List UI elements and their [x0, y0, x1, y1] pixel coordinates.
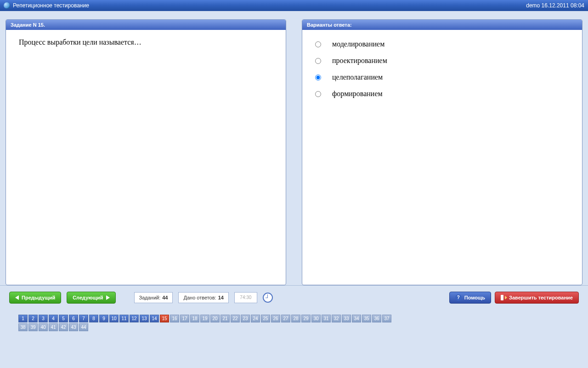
- pager-cell[interactable]: 26: [271, 315, 280, 322]
- pager-cell[interactable]: 25: [261, 315, 270, 322]
- pager-cell[interactable]: 10: [109, 315, 119, 322]
- pager-cell[interactable]: 31: [322, 315, 331, 322]
- answer-label[interactable]: проектированием: [332, 57, 387, 65]
- tasks-counter: Заданий: 44: [134, 292, 173, 303]
- pager-cell[interactable]: 12: [130, 315, 139, 322]
- clock-icon: [263, 293, 273, 303]
- pager-cell[interactable]: 24: [251, 315, 260, 322]
- question-panel-header: Задание N 15.: [6, 20, 286, 30]
- session-info: demo 16.12.2011 08:04: [526, 2, 584, 9]
- title-bar: Репетиционное тестирование demo 16.12.20…: [0, 0, 588, 11]
- exit-icon: [501, 295, 506, 300]
- answered-counter: Дано ответов: 14: [178, 292, 228, 303]
- pager-cell[interactable]: 34: [352, 315, 361, 322]
- question-text: Процесс выработки цели называется…: [6, 30, 286, 285]
- answer-label[interactable]: формированием: [332, 90, 383, 98]
- pager-cell[interactable]: 6: [69, 315, 78, 322]
- help-icon: ?: [455, 294, 462, 301]
- pager-cell[interactable]: 32: [332, 315, 341, 322]
- pager-cell[interactable]: 33: [342, 315, 351, 322]
- toolbar: Предыдущий Следующий Заданий: 44 Дано от…: [0, 285, 588, 309]
- next-button-label: Следующий: [73, 295, 103, 300]
- pager-cell[interactable]: 37: [382, 315, 391, 322]
- pager-cell[interactable]: 36: [372, 315, 381, 322]
- answer-label[interactable]: целеполаганием: [332, 73, 383, 81]
- answer-option[interactable]: проектированием: [315, 57, 569, 65]
- time-remaining: 74:30: [234, 292, 257, 303]
- pager-cell[interactable]: 7: [79, 315, 88, 322]
- pager-cell[interactable]: 5: [59, 315, 68, 322]
- help-button-label: Помощь: [464, 295, 485, 300]
- answers-panel-header: Варианты ответа:: [302, 20, 582, 30]
- arrow-left-icon: [15, 295, 19, 300]
- answer-option[interactable]: моделированием: [315, 40, 569, 48]
- pager-cell[interactable]: 8: [89, 315, 98, 322]
- prev-button[interactable]: Предыдущий: [9, 292, 61, 304]
- answer-radio[interactable]: [315, 75, 321, 80]
- answer-option[interactable]: целеполаганием: [315, 73, 569, 81]
- pager-cell[interactable]: 18: [190, 315, 199, 322]
- pager-cell[interactable]: 38: [18, 323, 28, 331]
- question-pager: 1234567891011121314151617181920212223242…: [0, 309, 413, 337]
- pager-cell[interactable]: 39: [28, 323, 38, 331]
- pager-cell[interactable]: 35: [362, 315, 371, 322]
- pager-cell[interactable]: 41: [49, 323, 58, 331]
- pager-cell[interactable]: 20: [210, 315, 220, 322]
- pager-cell[interactable]: 30: [311, 315, 321, 322]
- pager-cell[interactable]: 17: [180, 315, 189, 322]
- answer-radio[interactable]: [315, 58, 321, 64]
- pager-cell[interactable]: 23: [241, 315, 250, 322]
- pager-cell[interactable]: 22: [231, 315, 240, 322]
- pager-cell[interactable]: 11: [119, 315, 129, 322]
- finish-button[interactable]: Завершить тестирование: [495, 292, 579, 304]
- pager-cell[interactable]: 42: [59, 323, 68, 331]
- answer-option[interactable]: формированием: [315, 90, 569, 98]
- pager-cell[interactable]: 13: [140, 315, 149, 322]
- answer-radio[interactable]: [315, 41, 321, 47]
- pager-cell[interactable]: 19: [200, 315, 209, 322]
- pager-cell[interactable]: 3: [39, 315, 48, 322]
- pager-cell[interactable]: 16: [170, 315, 179, 322]
- answer-label[interactable]: моделированием: [332, 40, 384, 48]
- help-button[interactable]: ? Помощь: [449, 292, 491, 304]
- arrow-right-icon: [106, 295, 110, 300]
- pager-cell[interactable]: 15: [160, 315, 169, 322]
- answers-panel: Варианты ответа: моделированиемпроектиро…: [302, 19, 582, 285]
- pager-cell[interactable]: 29: [301, 315, 311, 322]
- pager-cell[interactable]: 40: [39, 323, 48, 331]
- prev-button-label: Предыдущий: [22, 295, 55, 300]
- pager-cell[interactable]: 27: [281, 315, 290, 322]
- pager-cell[interactable]: 14: [150, 315, 159, 322]
- globe-icon: [4, 2, 10, 9]
- pager-cell[interactable]: 21: [220, 315, 230, 322]
- pager-cell[interactable]: 43: [69, 323, 78, 331]
- pager-cell[interactable]: 1: [18, 315, 28, 322]
- app-title: Репетиционное тестирование: [13, 2, 89, 9]
- pager-cell[interactable]: 9: [99, 315, 108, 322]
- pager-cell[interactable]: 4: [49, 315, 58, 322]
- question-panel: Задание N 15. Процесс выработки цели наз…: [6, 19, 286, 285]
- answer-radio[interactable]: [315, 91, 321, 97]
- finish-button-label: Завершить тестирование: [509, 295, 573, 300]
- pager-cell[interactable]: 2: [28, 315, 38, 322]
- next-button[interactable]: Следующий: [67, 292, 115, 304]
- pager-cell[interactable]: 28: [291, 315, 300, 322]
- pager-cell[interactable]: 44: [79, 323, 88, 331]
